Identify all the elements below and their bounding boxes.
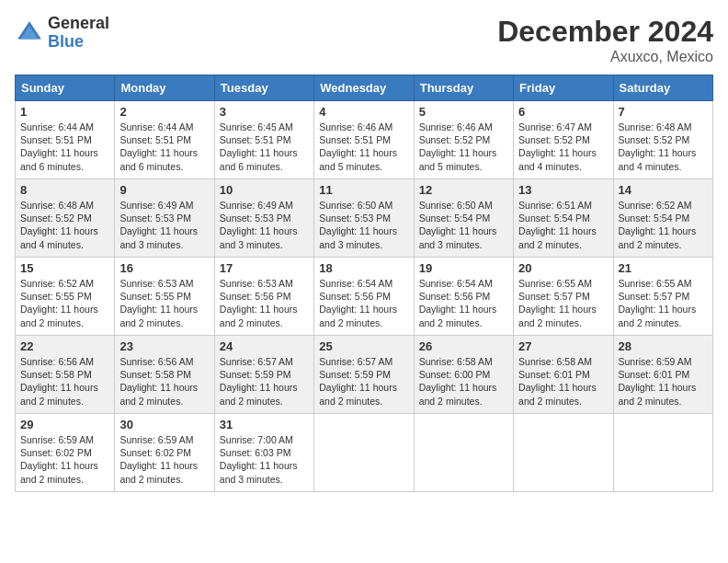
day-cell: 21Sunrise: 6:55 AMSunset: 5:57 PMDayligh… — [613, 258, 712, 336]
day-number: 29 — [20, 418, 109, 431]
day-cell: 15Sunrise: 6:52 AMSunset: 5:55 PMDayligh… — [16, 258, 115, 336]
logo-text: General Blue — [48, 15, 109, 52]
day-info: Sunrise: 6:46 AMSunset: 5:51 PMDaylight:… — [319, 121, 408, 173]
day-cell: 4Sunrise: 6:46 AMSunset: 5:51 PMDaylight… — [314, 101, 414, 179]
month-title: December 2024 — [497, 15, 713, 49]
day-cell: 28Sunrise: 6:59 AMSunset: 6:01 PMDayligh… — [613, 336, 712, 414]
day-cell: 22Sunrise: 6:56 AMSunset: 5:58 PMDayligh… — [16, 336, 115, 414]
day-info: Sunrise: 6:52 AMSunset: 5:55 PMDaylight:… — [20, 277, 109, 329]
calendar-body: 1Sunrise: 6:44 AMSunset: 5:51 PMDaylight… — [16, 101, 713, 492]
day-number: 8 — [20, 183, 109, 197]
day-number: 1 — [20, 105, 109, 119]
day-cell: 5Sunrise: 6:46 AMSunset: 5:52 PMDaylight… — [414, 101, 513, 179]
day-cell: 13Sunrise: 6:51 AMSunset: 5:54 PMDayligh… — [514, 179, 613, 258]
day-number: 16 — [119, 261, 209, 275]
week-row-2: 8Sunrise: 6:48 AMSunset: 5:52 PMDaylight… — [16, 179, 713, 258]
day-info: Sunrise: 6:58 AMSunset: 6:00 PMDaylight:… — [419, 355, 508, 408]
day-cell — [414, 414, 513, 492]
day-number: 26 — [419, 339, 508, 353]
day-info: Sunrise: 7:00 AMSunset: 6:03 PMDaylight:… — [220, 433, 309, 486]
day-info: Sunrise: 6:46 AMSunset: 5:52 PMDaylight:… — [419, 121, 508, 173]
day-number: 13 — [518, 183, 608, 197]
page-header: General Blue December 2024 Axuxco, Mexic… — [15, 15, 713, 65]
day-number: 31 — [220, 418, 309, 431]
day-number: 3 — [220, 105, 309, 119]
day-number: 11 — [319, 183, 408, 197]
logo-icon — [15, 18, 44, 48]
day-info: Sunrise: 6:54 AMSunset: 5:56 PMDaylight:… — [419, 277, 508, 329]
day-cell: 25Sunrise: 6:57 AMSunset: 5:59 PMDayligh… — [314, 336, 414, 414]
day-info: Sunrise: 6:55 AMSunset: 5:57 PMDaylight:… — [619, 277, 708, 329]
week-row-4: 22Sunrise: 6:56 AMSunset: 5:58 PMDayligh… — [16, 336, 713, 414]
day-number: 12 — [419, 183, 508, 197]
day-info: Sunrise: 6:51 AMSunset: 5:54 PMDaylight:… — [518, 199, 608, 251]
day-info: Sunrise: 6:44 AMSunset: 5:51 PMDaylight:… — [20, 121, 109, 173]
day-number: 23 — [119, 339, 209, 353]
day-info: Sunrise: 6:49 AMSunset: 5:53 PMDaylight:… — [119, 199, 209, 251]
day-info: Sunrise: 6:58 AMSunset: 6:01 PMDaylight:… — [518, 355, 608, 408]
day-cell: 2Sunrise: 6:44 AMSunset: 5:51 PMDaylight… — [115, 101, 214, 179]
day-cell — [514, 414, 613, 492]
day-header-friday: Friday — [514, 75, 613, 101]
week-row-5: 29Sunrise: 6:59 AMSunset: 6:02 PMDayligh… — [16, 414, 713, 492]
day-number: 27 — [518, 339, 608, 353]
day-number: 18 — [319, 261, 408, 275]
day-info: Sunrise: 6:53 AMSunset: 5:56 PMDaylight:… — [220, 277, 309, 329]
day-number: 30 — [119, 418, 209, 431]
day-number: 5 — [419, 105, 508, 119]
day-info: Sunrise: 6:56 AMSunset: 5:58 PMDaylight:… — [20, 355, 109, 408]
day-cell: 16Sunrise: 6:53 AMSunset: 5:55 PMDayligh… — [115, 258, 214, 336]
day-info: Sunrise: 6:50 AMSunset: 5:53 PMDaylight:… — [319, 199, 408, 251]
day-number: 21 — [619, 261, 708, 275]
day-cell: 27Sunrise: 6:58 AMSunset: 6:01 PMDayligh… — [514, 336, 613, 414]
day-cell: 29Sunrise: 6:59 AMSunset: 6:02 PMDayligh… — [16, 414, 115, 492]
days-header-row: SundayMondayTuesdayWednesdayThursdayFrid… — [16, 75, 713, 101]
logo: General Blue — [15, 15, 109, 52]
day-info: Sunrise: 6:45 AMSunset: 5:51 PMDaylight:… — [220, 121, 309, 173]
day-cell: 30Sunrise: 6:59 AMSunset: 6:02 PMDayligh… — [115, 414, 214, 492]
calendar: SundayMondayTuesdayWednesdayThursdayFrid… — [15, 75, 713, 492]
day-info: Sunrise: 6:44 AMSunset: 5:51 PMDaylight:… — [119, 121, 209, 173]
logo-blue: Blue — [48, 33, 109, 52]
day-header-saturday: Saturday — [613, 75, 712, 101]
day-info: Sunrise: 6:59 AMSunset: 6:02 PMDaylight:… — [20, 433, 109, 486]
day-info: Sunrise: 6:53 AMSunset: 5:55 PMDaylight:… — [119, 277, 209, 329]
day-number: 24 — [220, 339, 309, 353]
day-cell: 6Sunrise: 6:47 AMSunset: 5:52 PMDaylight… — [514, 101, 613, 179]
day-number: 10 — [220, 183, 309, 197]
day-info: Sunrise: 6:59 AMSunset: 6:02 PMDaylight:… — [119, 433, 209, 486]
day-cell: 24Sunrise: 6:57 AMSunset: 5:59 PMDayligh… — [214, 336, 313, 414]
day-header-monday: Monday — [115, 75, 214, 101]
day-cell: 12Sunrise: 6:50 AMSunset: 5:54 PMDayligh… — [414, 179, 513, 258]
day-number: 20 — [518, 261, 608, 275]
day-cell: 10Sunrise: 6:49 AMSunset: 5:53 PMDayligh… — [214, 179, 313, 258]
day-number: 2 — [119, 105, 209, 119]
day-cell: 11Sunrise: 6:50 AMSunset: 5:53 PMDayligh… — [314, 179, 414, 258]
day-number: 9 — [119, 183, 209, 197]
day-cell — [314, 414, 414, 492]
day-number: 14 — [619, 183, 708, 197]
logo-general: General — [48, 15, 109, 33]
day-number: 19 — [419, 261, 508, 275]
day-cell: 1Sunrise: 6:44 AMSunset: 5:51 PMDaylight… — [16, 101, 115, 179]
day-info: Sunrise: 6:59 AMSunset: 6:01 PMDaylight:… — [619, 355, 708, 408]
day-info: Sunrise: 6:47 AMSunset: 5:52 PMDaylight:… — [518, 121, 608, 173]
day-info: Sunrise: 6:56 AMSunset: 5:58 PMDaylight:… — [119, 355, 209, 408]
day-info: Sunrise: 6:52 AMSunset: 5:54 PMDaylight:… — [619, 199, 708, 251]
day-cell: 18Sunrise: 6:54 AMSunset: 5:56 PMDayligh… — [314, 258, 414, 336]
day-header-sunday: Sunday — [16, 75, 115, 101]
day-info: Sunrise: 6:48 AMSunset: 5:52 PMDaylight:… — [20, 199, 109, 251]
day-info: Sunrise: 6:50 AMSunset: 5:54 PMDaylight:… — [419, 199, 508, 251]
day-number: 4 — [319, 105, 408, 119]
day-number: 25 — [319, 339, 408, 353]
day-cell — [613, 414, 712, 492]
location: Axuxco, Mexico — [497, 49, 713, 65]
day-info: Sunrise: 6:57 AMSunset: 5:59 PMDaylight:… — [220, 355, 309, 408]
day-cell: 3Sunrise: 6:45 AMSunset: 5:51 PMDaylight… — [214, 101, 313, 179]
day-info: Sunrise: 6:49 AMSunset: 5:53 PMDaylight:… — [220, 199, 309, 251]
day-header-thursday: Thursday — [414, 75, 513, 101]
day-cell: 19Sunrise: 6:54 AMSunset: 5:56 PMDayligh… — [414, 258, 513, 336]
day-number: 22 — [20, 339, 109, 353]
day-number: 28 — [619, 339, 708, 353]
day-cell: 20Sunrise: 6:55 AMSunset: 5:57 PMDayligh… — [514, 258, 613, 336]
